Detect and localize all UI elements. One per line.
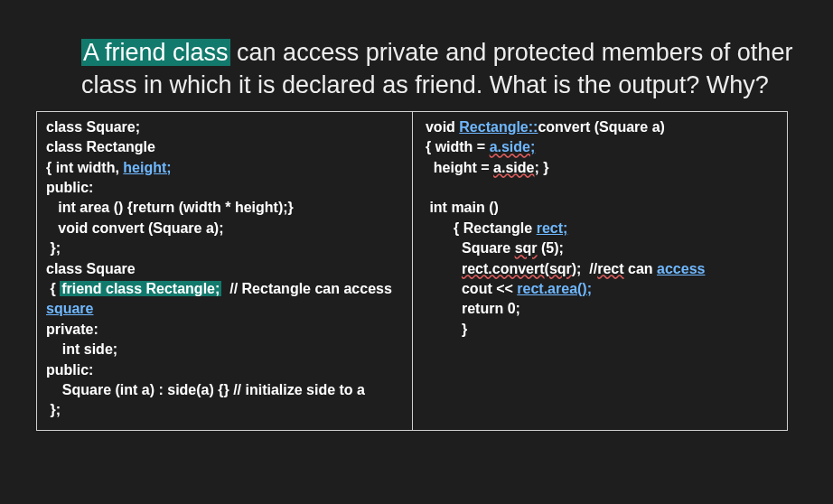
- code-right: void Rectangle::convert (Square a) { wid…: [422, 117, 779, 340]
- code-left-cell: class Square; class Rectangle { int widt…: [37, 111, 413, 430]
- intro-highlight: A friend class: [81, 39, 230, 66]
- code-table: class Square; class Rectangle { int widt…: [36, 111, 788, 431]
- slide: A friend class can access private and pr…: [0, 0, 833, 504]
- code-right-cell: void Rectangle::convert (Square a) { wid…: [412, 111, 788, 430]
- code-left: class Square; class Rectangle { int widt…: [46, 117, 403, 421]
- intro-paragraph: A friend class can access private and pr…: [81, 36, 795, 102]
